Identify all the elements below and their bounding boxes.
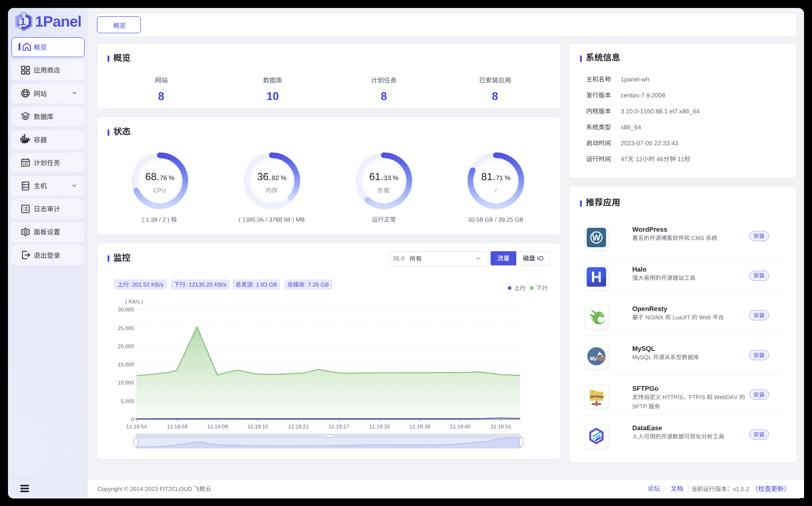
svg-text:SFTPGo: SFTPGo — [590, 395, 603, 399]
svg-text:W: W — [592, 233, 601, 242]
svg-text:SQL: SQL — [596, 356, 607, 361]
